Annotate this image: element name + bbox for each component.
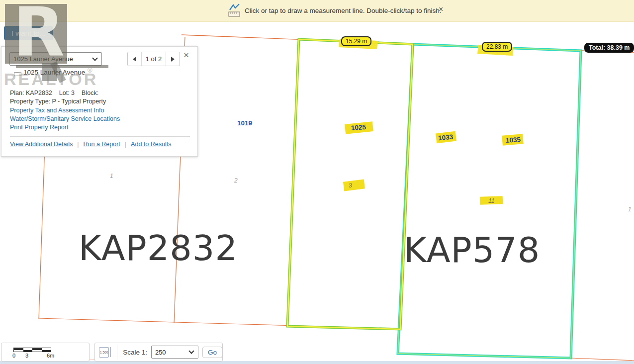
plan-lot-block-row: Plan: KAP2832Lot: 3Block: <box>10 90 105 96</box>
plan-label-kap2832: KAP2832 <box>79 228 238 269</box>
lot-label-3: 3 <box>348 182 352 189</box>
measurement-total-label: Total: 38.39 m <box>584 43 634 53</box>
property-title: 1025 Laurier Avenue <box>23 69 85 76</box>
panel-footer-links: View Additional Details | Run a Report |… <box>10 141 171 148</box>
measurement-label-segment1: 15.29 m <box>341 36 371 46</box>
footer-separator: | <box>77 141 79 148</box>
plan-label-kap578: KAP578 <box>404 230 540 271</box>
chevron-down-icon <box>188 348 194 354</box>
footer-separator: | <box>125 141 126 148</box>
arrow-right-icon <box>171 57 175 62</box>
lot-label-11: 11 <box>488 197 494 204</box>
scalebar-tick-6m: 6m <box>47 353 54 359</box>
map-viewport[interactable]: KAP2832 KAP578 1019 1025 1033 1035 1 2 3… <box>0 0 634 364</box>
scale-select-value: 250 <box>152 349 187 356</box>
address-label-1019: 1019 <box>237 119 252 127</box>
ibeam-icon <box>110 347 112 357</box>
property-type-row: Property Type: P - Typical Property <box>10 98 106 105</box>
pager-label: 1 of 2 <box>142 52 166 66</box>
parcel-feature-icon <box>14 72 21 77</box>
lot-label-right-1: 1 <box>628 206 632 213</box>
scalebar-tick-0: 0 <box>12 353 15 359</box>
link-view-additional-details[interactable]: View Additional Details <box>10 141 73 148</box>
toolbar-divider <box>117 345 117 359</box>
link-add-to-results[interactable]: Add to Results <box>131 141 171 148</box>
banner-close-icon[interactable]: × <box>439 5 443 13</box>
scalebar-graphic <box>13 348 51 352</box>
arrow-left-icon <box>133 57 136 62</box>
link-run-a-report[interactable]: Run a Report <box>83 141 120 148</box>
result-selector-value: 1025 Laurier Avenue <box>10 55 91 63</box>
measure-tool-icon <box>228 3 242 18</box>
panel-divider <box>10 136 190 137</box>
link-property-tax[interactable]: Property Tax and Assessment Info <box>10 107 104 114</box>
scale-control-widget: 1:500 Scale 1: 250 Go <box>94 343 223 362</box>
lot-label-1: 1 <box>110 173 113 180</box>
scale-go-button[interactable]: Go <box>202 347 222 358</box>
block-value: Block: <box>82 90 98 96</box>
panel-close-icon[interactable]: × <box>183 50 189 60</box>
plan-value: Plan: KAP2832 <box>10 90 52 96</box>
measurement-label-segment2: 22.83 m <box>482 42 512 52</box>
banner-message: Click or tap to draw a measurement line.… <box>245 7 441 14</box>
result-pager: 1 of 2 <box>127 52 180 66</box>
link-water-service[interactable]: Water/Storm/Sanitary Service Locations <box>10 115 120 122</box>
scale-label: Scale 1: <box>123 349 147 356</box>
scale-ratio-icon[interactable]: 1:500 <box>99 347 112 358</box>
scale-select[interactable]: 250 <box>151 346 198 359</box>
pager-previous-button[interactable] <box>128 52 142 66</box>
result-selector-dropdown[interactable]: 1025 Laurier Avenue <box>9 52 102 66</box>
address-label-1035: 1035 <box>506 136 521 144</box>
link-print-report[interactable]: Print Property Report <box>10 124 68 131</box>
measurement-banner: Click or tap to draw a measurement line.… <box>0 0 634 22</box>
chevron-down-icon <box>92 55 97 61</box>
scalebar-widget: 0 3 6m <box>1 343 90 362</box>
boundary-line <box>570 358 634 361</box>
property-info-panel: 1025 Laurier Avenue 1 of 2 × 1025 Laurie… <box>1 46 198 157</box>
scalebar-tick-3: 3 <box>25 353 28 359</box>
i-want-to-button[interactable]: I want to... <box>4 26 53 40</box>
lot-value: Lot: 3 <box>59 90 75 96</box>
pager-next-button[interactable] <box>166 52 180 66</box>
address-label-1033: 1033 <box>438 133 453 142</box>
address-label-1025: 1025 <box>351 123 366 132</box>
lot-label-2: 2 <box>234 177 238 184</box>
